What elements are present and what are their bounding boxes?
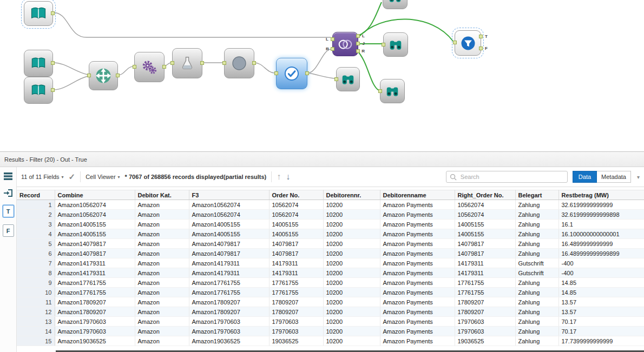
input-tool-selected[interactable] [24,1,53,26]
cell-viewer-dropdown[interactable]: Cell Viewer ▾ [86,174,120,180]
table-cell[interactable]: 10200 [323,317,380,327]
table-cell[interactable]: Amazon14005155 [55,229,135,239]
input-anchor[interactable] [378,89,382,93]
input-anchor-icon[interactable] [3,188,14,198]
column-header[interactable]: Debitorennr. [323,190,380,200]
table-cell[interactable]: Amazon17761755 [189,288,269,297]
table-cell[interactable]: Amazon17761755 [55,288,135,297]
table-cell[interactable]: Amazon14005155 [189,220,269,229]
table-cell[interactable]: Amazon10562074 [189,200,269,210]
table-cell[interactable]: Amazon Payments [380,239,455,249]
table-cell[interactable]: 10200 [323,288,380,297]
search-input[interactable] [459,173,564,181]
table-cell[interactable]: 14079817 [455,239,515,249]
table-cell[interactable]: Zahlung [515,297,558,307]
record-number-cell[interactable]: 2 [17,210,55,220]
table-cell[interactable]: Amazon14079817 [189,239,269,249]
table-cell[interactable]: 10200 [323,249,380,258]
table-cell[interactable]: Amazon Payments [380,220,455,229]
record-number-cell[interactable]: 4 [17,229,55,239]
table-cell[interactable]: 14.85 [558,278,644,288]
table-cell[interactable]: Amazon [135,278,189,288]
record-number-cell[interactable]: 6 [17,249,55,258]
table-cell[interactable]: 10200 [323,229,380,239]
table-cell[interactable]: Amazon19036525 [189,336,269,346]
record-number-cell[interactable]: 9 [17,278,55,288]
input-tool-2[interactable] [24,50,53,77]
table-cell[interactable]: Gutschrift [515,258,558,268]
record-number-cell[interactable]: 1 [17,200,55,210]
table-cell[interactable]: Amazon17970603 [55,327,135,336]
table-cell[interactable]: Amazon [135,307,189,317]
table-cell[interactable]: 10200 [323,327,380,336]
table-cell[interactable]: 32.6199999999999 [558,200,644,210]
metadata-tab-button[interactable]: Metadata [597,171,631,183]
table-cell[interactable]: Amazon19036525 [55,336,135,346]
table-cell[interactable]: Gutschrift [515,268,558,278]
column-header[interactable]: Right_Order No. [455,190,515,200]
table-cell[interactable]: Zahlung [515,336,558,346]
table-cell[interactable]: Amazon17809207 [55,307,135,317]
table-cell[interactable]: 10200 [323,307,380,317]
input-anchor[interactable] [274,71,278,75]
table-cell[interactable]: Amazon [135,297,189,307]
table-cell[interactable]: Amazon [135,288,189,297]
browse-tool-right[interactable] [383,32,408,57]
table-cell[interactable]: 17761755 [269,278,323,288]
table-cell[interactable]: 14005155 [455,220,515,229]
table-cell[interactable]: 14005155 [269,229,323,239]
table-cell[interactable]: 14.85 [558,288,644,297]
table-cell[interactable]: 14079817 [269,249,323,258]
table-cell[interactable]: 14005155 [269,220,323,229]
gears-tool[interactable] [134,52,165,82]
table-cell[interactable]: 16.4899999999999 [558,239,644,249]
table-cell[interactable]: Amazon14179311 [189,258,269,268]
table-cell[interactable]: Amazon [135,249,189,258]
table-cell[interactable]: Zahlung [515,249,558,258]
output-anchor[interactable] [51,88,55,92]
input-anchor[interactable] [453,41,457,44]
join-l-output-anchor[interactable] [356,34,360,38]
table-cell[interactable]: 16.489999999999899 [558,249,644,258]
table-cell[interactable]: 13.57 [558,297,644,307]
column-header[interactable]: Order No. [269,190,323,200]
table-cell[interactable]: 14179311 [269,268,323,278]
record-number-cell[interactable]: 13 [17,317,55,327]
output-anchor[interactable] [200,61,204,65]
table-cell[interactable]: Amazon17809207 [189,297,269,307]
output-anchor[interactable] [162,65,166,69]
table-cell[interactable]: Amazon10562074 [189,210,269,220]
table-cell[interactable]: Amazon [135,258,189,268]
table-cell[interactable]: 10200 [323,220,380,229]
table-cell[interactable]: 16.100000000000001 [558,229,644,239]
table-cell[interactable]: Amazon [135,336,189,346]
scroll-up-icon[interactable]: ↑ [277,172,281,182]
table-cell[interactable]: 70.17 [558,317,644,327]
table-cell[interactable]: Amazon Payments [380,297,455,307]
join-left-input-anchor[interactable] [331,37,334,41]
table-cell[interactable]: Amazon14079817 [189,249,269,258]
join-right-input-anchor[interactable] [331,47,334,51]
output-anchor[interactable] [252,61,256,65]
table-cell[interactable]: 10200 [323,210,380,220]
table-cell[interactable]: Amazon [135,210,189,220]
table-cell[interactable]: Zahlung [515,229,558,239]
scroll-down-icon[interactable]: ↓ [286,172,290,182]
table-cell[interactable]: 10562074 [269,200,323,210]
table-cell[interactable]: Amazon14079817 [55,239,135,249]
table-cell[interactable]: Amazon10562074 [55,200,135,210]
table-cell[interactable]: Amazon17970603 [189,327,269,336]
table-cell[interactable]: Amazon [135,220,189,229]
table-cell[interactable]: 70.17 [558,327,644,336]
join-tool[interactable]: L R L J R [332,32,358,56]
table-cell[interactable]: Amazon [135,268,189,278]
table-cell[interactable]: 16.1 [558,220,644,229]
table-cell[interactable]: Amazon17970603 [189,317,269,327]
table-cell[interactable]: Amazon Payments [380,268,455,278]
table-cell[interactable]: Amazon17761755 [189,278,269,288]
table-cell[interactable]: 10200 [323,239,380,249]
table-cell[interactable]: 19036525 [455,336,515,346]
column-header[interactable]: Record [17,190,55,200]
input-anchor[interactable] [87,74,91,77]
true-output-tab[interactable]: T [3,205,14,217]
